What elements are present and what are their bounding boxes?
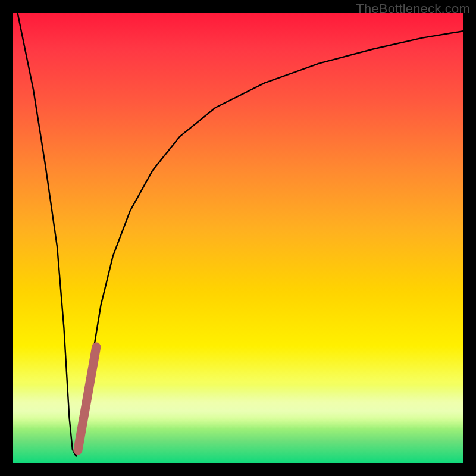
- plot-area: [13, 13, 463, 463]
- bottleneck-curve: [18, 13, 463, 456]
- curve-layer: [13, 13, 463, 463]
- accent-segment: [78, 347, 96, 450]
- chart-container: TheBottleneck.com: [0, 0, 476, 476]
- pale-yellow-band: [13, 384, 463, 430]
